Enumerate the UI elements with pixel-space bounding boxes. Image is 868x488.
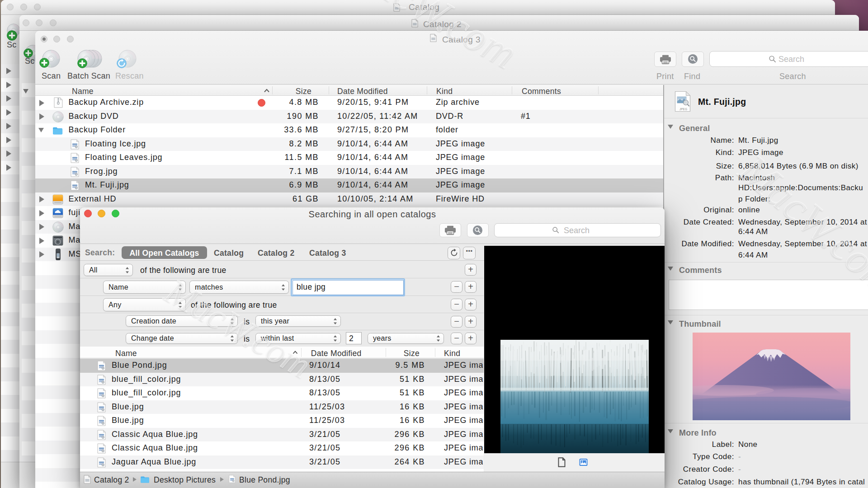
svg-text:JPEG: JPEG: [679, 108, 687, 111]
